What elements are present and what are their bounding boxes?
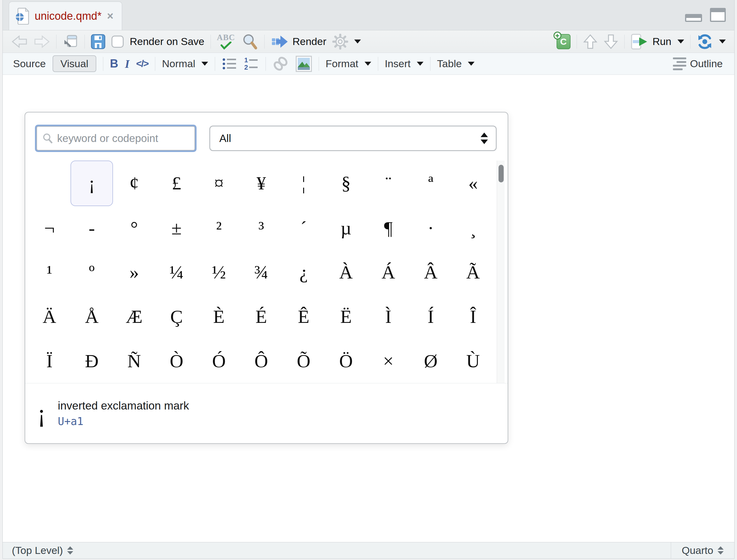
render-on-save-checkbox[interactable]	[112, 36, 124, 48]
char-cell[interactable]: Í	[409, 295, 452, 339]
source-mode-button[interactable]: Source	[13, 58, 46, 70]
render-options-button[interactable]	[332, 34, 361, 50]
paragraph-style-dropdown[interactable]: Normal	[162, 58, 208, 70]
char-cell[interactable]: È	[198, 295, 240, 339]
char-cell[interactable]: Ó	[198, 339, 240, 383]
char-cell[interactable]: ¡	[71, 161, 113, 206]
char-cell[interactable]: ¼	[155, 250, 198, 295]
char-cell[interactable]: Ò	[155, 339, 198, 383]
save-icon[interactable]	[91, 34, 105, 49]
render-icon	[271, 35, 288, 48]
char-cell[interactable]: Ô	[240, 339, 282, 383]
scrollbar-thumb[interactable]	[498, 165, 504, 182]
search-input[interactable]	[57, 132, 189, 144]
char-cell[interactable]: ¥	[240, 161, 282, 206]
category-select[interactable]: All	[209, 126, 497, 151]
char-cell[interactable]: -	[71, 206, 113, 251]
format-selector[interactable]: Quarto	[671, 542, 734, 558]
char-cell[interactable]: §	[325, 161, 367, 206]
char-cell[interactable]: Å	[71, 295, 113, 339]
insert-chunk-button[interactable]: C +	[556, 34, 570, 49]
maximize-pane-icon[interactable]	[710, 8, 726, 22]
editor-canvas[interactable]: All ¡¢£¤¥¦§¨ª«¬-°±²³´µ¶·¸¹º»¼½¾¿ÀÁÂÃÄÅÆÇ…	[3, 75, 734, 542]
char-cell[interactable]: ª	[409, 161, 452, 206]
numbered-list-icon[interactable]: 1 2	[244, 57, 259, 71]
char-cell[interactable]: Ì	[367, 295, 409, 339]
rstudio-source-pane: unicode.qmd* ×	[2, 0, 735, 559]
separator	[266, 57, 266, 71]
insert-menu[interactable]: Insert	[385, 58, 423, 70]
run-button[interactable]: Run	[631, 33, 684, 50]
char-cell[interactable]: ¢	[113, 161, 155, 206]
char-cell[interactable]: ¦	[283, 161, 325, 206]
outline-toggle[interactable]: Outline	[673, 57, 726, 70]
image-icon[interactable]	[296, 56, 312, 72]
forward-icon[interactable]	[34, 35, 50, 48]
char-cell[interactable]: º	[71, 250, 113, 295]
char-cell[interactable]: ½	[198, 250, 240, 295]
char-cell[interactable]: Á	[367, 250, 409, 295]
source-document-button[interactable]	[697, 33, 726, 50]
tab-unicode-qmd[interactable]: unicode.qmd* ×	[9, 2, 122, 30]
char-cell[interactable]: µ	[325, 206, 367, 251]
char-cell[interactable]: ×	[367, 339, 409, 383]
char-cell[interactable]	[28, 161, 71, 206]
char-cell[interactable]: É	[240, 295, 282, 339]
char-cell[interactable]: £	[155, 161, 198, 206]
special-character-dialog: All ¡¢£¤¥¦§¨ª«¬-°±²³´µ¶·¸¹º»¼½¾¿ÀÁÂÃÄÅÆÇ…	[25, 112, 508, 444]
link-icon[interactable]	[273, 56, 289, 72]
char-cell[interactable]: Ï	[28, 339, 71, 383]
char-cell[interactable]: Ç	[155, 295, 198, 339]
char-cell[interactable]: °	[113, 206, 155, 251]
tab-close-icon[interactable]: ×	[107, 11, 113, 22]
run-chunks-above-icon[interactable]	[583, 34, 597, 50]
char-cell[interactable]: ¬	[28, 206, 71, 251]
italic-button[interactable]: I	[125, 57, 129, 71]
char-cell[interactable]: ·	[409, 206, 452, 251]
char-cell[interactable]: Î	[452, 295, 494, 339]
search-magnifier-icon[interactable]	[242, 33, 258, 50]
render-button[interactable]: Render	[271, 35, 327, 48]
char-cell[interactable]: ¨	[367, 161, 409, 206]
scope-selector[interactable]: (Top Level)	[3, 542, 671, 558]
bullet-list-icon[interactable]	[222, 57, 237, 71]
char-cell[interactable]: ³	[240, 206, 282, 251]
char-cell[interactable]: Ã	[452, 250, 494, 295]
back-icon[interactable]	[11, 35, 28, 48]
format-menu[interactable]: Format	[326, 58, 371, 70]
char-cell[interactable]: «	[452, 161, 494, 206]
char-cell[interactable]: Ê	[283, 295, 325, 339]
char-cell[interactable]: ¹	[28, 250, 71, 295]
char-cell[interactable]: »	[113, 250, 155, 295]
char-cell[interactable]: Ð	[71, 339, 113, 383]
char-cell[interactable]: Æ	[113, 295, 155, 339]
char-cell[interactable]: Õ	[283, 339, 325, 383]
char-cell[interactable]: Ë	[325, 295, 367, 339]
char-cell[interactable]: ´	[283, 206, 325, 251]
run-chunks-below-icon[interactable]	[604, 34, 618, 50]
bold-button[interactable]: B	[110, 57, 118, 70]
char-cell[interactable]: Ñ	[113, 339, 155, 383]
char-cell[interactable]: ¿	[283, 250, 325, 295]
render-on-save-toggle[interactable]: Render on Save	[112, 36, 205, 48]
char-cell[interactable]: Ä	[28, 295, 71, 339]
char-cell[interactable]: Ù	[452, 339, 494, 383]
char-cell[interactable]: Â	[409, 250, 452, 295]
spellcheck-icon[interactable]: ABC	[217, 33, 235, 50]
char-cell[interactable]: ¶	[367, 206, 409, 251]
minimize-pane-icon[interactable]	[685, 14, 702, 22]
table-menu[interactable]: Table	[437, 58, 474, 70]
visual-mode-button[interactable]: Visual	[53, 55, 96, 72]
plus-badge-icon: +	[553, 32, 561, 40]
char-cell[interactable]: ¤	[198, 161, 240, 206]
char-cell[interactable]: ²	[198, 206, 240, 251]
char-cell[interactable]: ¾	[240, 250, 282, 295]
char-cell[interactable]: Ö	[325, 339, 367, 383]
char-cell[interactable]: Ø	[409, 339, 452, 383]
char-cell[interactable]: ±	[155, 206, 198, 251]
code-button[interactable]: </>	[136, 58, 148, 69]
scrollbar-track[interactable]	[497, 161, 504, 383]
char-cell[interactable]: ¸	[452, 206, 494, 251]
char-cell[interactable]: À	[325, 250, 367, 295]
open-in-window-icon[interactable]	[63, 34, 78, 50]
